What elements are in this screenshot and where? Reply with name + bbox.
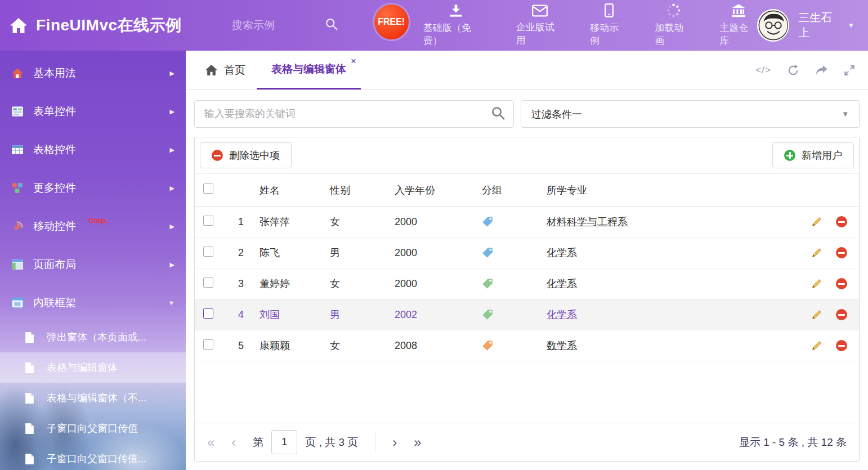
edit-icon[interactable]: [811, 216, 822, 227]
column-header-gender[interactable]: 性别: [330, 183, 395, 197]
edit-icon[interactable]: [811, 340, 822, 351]
last-page-button[interactable]: »: [414, 436, 421, 449]
table-row[interactable]: 2 陈飞 男 2000 化学系: [195, 238, 859, 268]
signal-icon: [11, 221, 24, 232]
major-link[interactable]: 数学系: [547, 340, 577, 351]
tab-grid-edit-window[interactable]: 表格与编辑窗体 ×: [257, 51, 361, 89]
row-checkbox[interactable]: [203, 339, 213, 350]
nav-enterprise-trial[interactable]: 企业版试用: [516, 5, 563, 47]
add-user-button[interactable]: 新增用户: [772, 142, 854, 168]
search-icon[interactable]: [491, 106, 505, 122]
sidebar: 基本用法 ▶ 表单控件 ▶ 表格控件 ▶ 更多控件 ▶ 移动控件 Corp. ▶…: [0, 51, 186, 470]
delete-icon[interactable]: [836, 278, 847, 289]
sidebar-item-page-layout[interactable]: 页面布局 ▶: [0, 245, 186, 284]
cell-year: 2002: [395, 309, 482, 321]
corp-badge: Corp.: [88, 216, 108, 225]
nav-label: 企业版试用: [516, 21, 563, 47]
share-icon[interactable]: [815, 65, 828, 76]
bank-icon: [731, 4, 746, 17]
header-search-input[interactable]: [231, 19, 315, 32]
delete-icon[interactable]: [836, 247, 847, 258]
table-header-row: 姓名 性别 入学年份 分组 所学专业: [195, 174, 859, 207]
edit-icon[interactable]: [811, 278, 822, 289]
user-menu[interactable]: 三生石上 ▼: [757, 9, 854, 42]
sidebar-item-inline-frame[interactable]: 内联框架 ▼: [0, 284, 186, 322]
select-all-checkbox[interactable]: [203, 183, 213, 194]
tab-home[interactable]: 首页: [194, 51, 257, 89]
mobile-icon: [605, 3, 614, 17]
row-checkbox[interactable]: [203, 247, 213, 257]
table-row[interactable]: 5 康颖颖 女 2008 数学系: [195, 330, 859, 361]
keyword-search-input[interactable]: [203, 108, 491, 120]
row-checkbox[interactable]: [203, 216, 213, 226]
sidebar-item-form-controls[interactable]: 表单控件 ▶: [0, 92, 186, 131]
column-header-name[interactable]: 姓名: [259, 183, 330, 197]
sidebar-subitem-label: 表格与编辑窗体: [47, 361, 118, 374]
main-content: 首页 表格与编辑窗体 × </>: [186, 51, 868, 470]
sidebar-subitem-grid-edit-window-2[interactable]: 表格与编辑窗体（不...: [0, 383, 186, 413]
header-search[interactable]: [231, 18, 351, 33]
header-nav: FREE! 基础版（免费） 企业版试用 移动示例: [374, 3, 757, 47]
table-row[interactable]: 3 董婷婷 女 2000 化学系: [195, 268, 859, 299]
button-label: 删除选中项: [229, 149, 280, 162]
sidebar-subitem-popup-window[interactable]: 弹出窗体（本页面或...: [0, 322, 186, 352]
file-icon: [25, 392, 37, 404]
nav-label: 移动示例: [590, 21, 628, 47]
nav-label: 主题仓库: [719, 21, 757, 47]
major-link[interactable]: 化学系: [547, 309, 577, 320]
column-header-year[interactable]: 入学年份: [395, 183, 482, 197]
fullscreen-icon[interactable]: [844, 65, 855, 76]
delete-icon[interactable]: [836, 309, 847, 320]
edit-icon[interactable]: [811, 247, 822, 258]
nav-theme-repo[interactable]: 主题仓库: [719, 4, 757, 47]
page-number-input[interactable]: [271, 430, 297, 454]
page-prefix: 第: [253, 435, 263, 450]
sidebar-item-label: 页面布局: [33, 257, 76, 272]
delete-selected-button[interactable]: 删除选中项: [200, 142, 292, 168]
sidebar-item-mobile-controls[interactable]: 移动控件 Corp. ▶: [0, 207, 186, 245]
file-icon: [25, 362, 37, 374]
cell-gender: 男: [330, 308, 395, 321]
row-checkbox[interactable]: [203, 308, 213, 319]
nav-basic-edition[interactable]: 基础版（免费）: [423, 4, 489, 47]
nav-loading-animation[interactable]: 加载动画: [655, 3, 692, 47]
chevron-right-icon: ▶: [170, 70, 175, 77]
delete-icon[interactable]: [836, 340, 847, 351]
sidebar-item-table-controls[interactable]: 表格控件 ▶: [0, 131, 186, 169]
app-window: FineUIMvc在线示例 FREE! 基础版（免费） 企业版试用: [0, 0, 868, 470]
form-icon: [11, 106, 24, 117]
row-number: 2: [231, 247, 259, 259]
prev-page-button[interactable]: ‹: [231, 436, 236, 449]
sidebar-subitem-child-to-parent[interactable]: 子窗口向父窗口传值: [0, 413, 186, 444]
sidebar-item-basic-usage[interactable]: 基本用法 ▶: [0, 54, 186, 92]
cell-gender: 女: [330, 277, 395, 290]
filter-row: 过滤条件一 ▼: [186, 90, 868, 128]
avatar[interactable]: [757, 9, 789, 42]
search-icon[interactable]: [325, 18, 338, 33]
row-checkbox[interactable]: [203, 277, 213, 288]
keyword-search-box[interactable]: [194, 100, 514, 128]
brand[interactable]: FineUIMvc在线示例: [10, 15, 231, 36]
column-header-group[interactable]: 分组: [482, 183, 547, 197]
table-row[interactable]: 1 张萍萍 女 2000 材料科学与工程系: [195, 207, 859, 238]
major-link[interactable]: 材料科学与工程系: [547, 216, 628, 227]
refresh-icon[interactable]: [787, 64, 799, 77]
next-page-button[interactable]: ›: [392, 436, 397, 449]
sidebar-item-more-controls[interactable]: 更多控件 ▶: [0, 169, 186, 207]
sidebar-subitem-child-to-parent-2[interactable]: 子窗口向父窗口传值...: [0, 444, 186, 470]
source-code-icon[interactable]: </>: [755, 65, 771, 76]
column-header-major[interactable]: 所学专业: [547, 183, 791, 197]
pagination-bar: « ‹ 第 页 , 共 3 页 › » 显示 1 - 5 条 , 共 12 条: [195, 423, 859, 461]
tag-icon: [482, 309, 493, 320]
filter-dropdown[interactable]: 过滤条件一 ▼: [521, 100, 860, 128]
delete-icon[interactable]: [836, 216, 847, 227]
table-row-selected[interactable]: 4 刘国 男 2002 化学系: [195, 299, 859, 330]
major-link[interactable]: 化学系: [547, 247, 577, 258]
edit-icon[interactable]: [811, 309, 822, 320]
nav-mobile-demo[interactable]: 移动示例: [590, 3, 628, 47]
major-link[interactable]: 化学系: [547, 278, 577, 289]
sidebar-item-label: 内联框架: [33, 296, 76, 310]
tab-close-icon[interactable]: ×: [351, 56, 356, 66]
first-page-button[interactable]: «: [207, 436, 214, 449]
sidebar-subitem-grid-edit-window[interactable]: 表格与编辑窗体: [0, 352, 186, 383]
